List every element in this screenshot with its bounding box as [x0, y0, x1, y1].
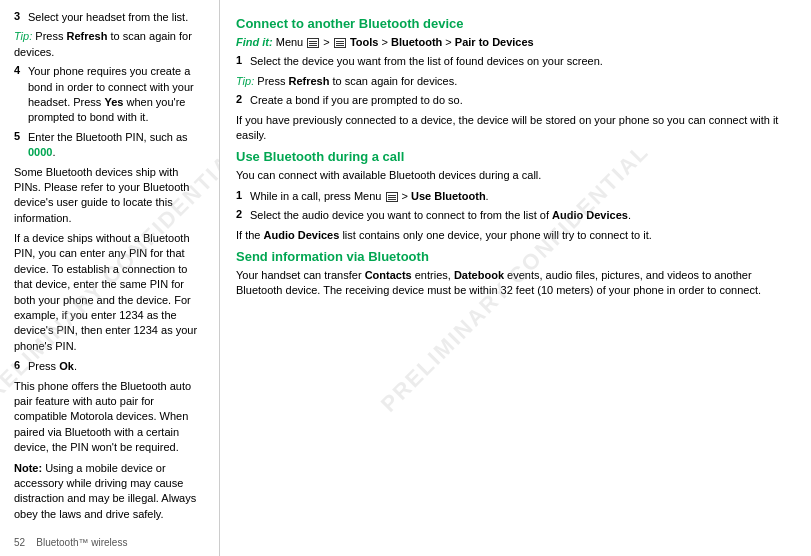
s2-step-2-num: 2: [236, 208, 246, 223]
footer-label: Bluetooth™ wireless: [36, 537, 127, 548]
contacts-bold: Contacts: [365, 269, 412, 281]
s2-step-1-text: While in a call, press Menu > Use Blueto…: [250, 189, 489, 204]
tools-icon: [334, 38, 346, 48]
use-bt-bold: Use Bluetooth: [411, 190, 486, 202]
s2-intro: You can connect with available Bluetooth…: [236, 168, 797, 183]
tip-refresh-1: Tip: Press Refresh to scan again for dev…: [14, 29, 207, 60]
s1-step-1-row: 1 Select the device you want from the li…: [236, 54, 797, 69]
tip-bold-1: Refresh: [66, 30, 107, 42]
s1-step-1-num: 1: [236, 54, 246, 69]
step-5-row: 5 Enter the Bluetooth PIN, such as 0000.: [14, 130, 207, 161]
s1-step-2-num: 2: [236, 93, 246, 108]
s1-step-2-row: 2 Create a bond if you are prompted to d…: [236, 93, 797, 108]
s1-body-prev-connected: If you have previously connected to a de…: [236, 113, 797, 144]
s1-step-1-text: Select the device you want from the list…: [250, 54, 603, 69]
step-6-text: Press Ok.: [28, 359, 77, 374]
audio-devices-bold-1: Audio Devices: [552, 209, 628, 221]
body-pin-explanation: If a device ships without a Bluetooth PI…: [14, 231, 207, 354]
step-3-num: 3: [14, 10, 24, 25]
body-autopair: This phone offers the Bluetooth auto pai…: [14, 379, 207, 456]
step-4-row: 4 Your phone requires you create a bond …: [14, 64, 207, 126]
step-6-num: 6: [14, 359, 24, 374]
section3-heading: Send information via Bluetooth: [236, 249, 797, 264]
right-column: PRELIMINARY CONFIDENTIAL Connect to anot…: [220, 0, 811, 556]
find-it-text: Menu: [276, 36, 307, 48]
yes-bold: Yes: [104, 96, 123, 108]
find-it-path: >: [323, 36, 332, 48]
step-4-num: 4: [14, 64, 24, 126]
tip-refresh-2: Tip: Press Refresh to scan again for dev…: [236, 74, 797, 89]
step-6-row: 6 Press Ok.: [14, 359, 207, 374]
find-it-line: Find it: Menu > Tools > Bluetooth > Pair…: [236, 35, 797, 50]
audio-devices-bold-2: Audio Devices: [264, 229, 340, 241]
find-it-label: Find it:: [236, 36, 273, 48]
step-3-row: 3 Select your headset from the list.: [14, 10, 207, 25]
menu-icon-1: [307, 38, 319, 48]
note-driving: Note: Using a mobile device or accessory…: [14, 461, 207, 523]
section1-heading: Connect to another Bluetooth device: [236, 16, 797, 31]
ok-bold: Ok: [59, 360, 74, 372]
datebook-bold: Datebook: [454, 269, 504, 281]
step-5-num: 5: [14, 130, 24, 161]
s2-step-2-text: Select the audio device you want to conn…: [250, 208, 631, 223]
s2-step-1-row: 1 While in a call, press Menu > Use Blue…: [236, 189, 797, 204]
page-number: 52: [14, 537, 25, 548]
body-pins: Some Bluetooth devices ship with PINs. P…: [14, 165, 207, 227]
tip-text-2: Press: [254, 75, 288, 87]
find-it-tools: Tools > Bluetooth > Pair to Devices: [350, 36, 534, 48]
tip-bold-2: Refresh: [288, 75, 329, 87]
step-5-text: Enter the Bluetooth PIN, such as 0000.: [28, 130, 207, 161]
pin-highlight: 0000: [28, 146, 52, 158]
s2-body-one-device: If the Audio Devices list contains only …: [236, 228, 797, 243]
menu-icon-2: [386, 192, 398, 202]
step-3-text: Select your headset from the list.: [28, 10, 188, 25]
tip-label-2: Tip:: [236, 75, 254, 87]
footer: 52 Bluetooth™ wireless: [14, 537, 127, 548]
s3-intro: Your handset can transfer Contacts entri…: [236, 268, 797, 299]
left-column: PRELIMINARY CONFIDENTIAL 3 Select your h…: [0, 0, 220, 556]
note-label: Note:: [14, 462, 42, 474]
s2-step-1-num: 1: [236, 189, 246, 204]
step-4-text: Your phone requires you create a bond in…: [28, 64, 207, 126]
s2-step-2-row: 2 Select the audio device you want to co…: [236, 208, 797, 223]
section2-heading: Use Bluetooth during a call: [236, 149, 797, 164]
tip-text-1: Press: [32, 30, 66, 42]
tip-label-1: Tip:: [14, 30, 32, 42]
s1-step-2-text: Create a bond if you are prompted to do …: [250, 93, 463, 108]
tip-end-2: to scan again for devices.: [329, 75, 457, 87]
